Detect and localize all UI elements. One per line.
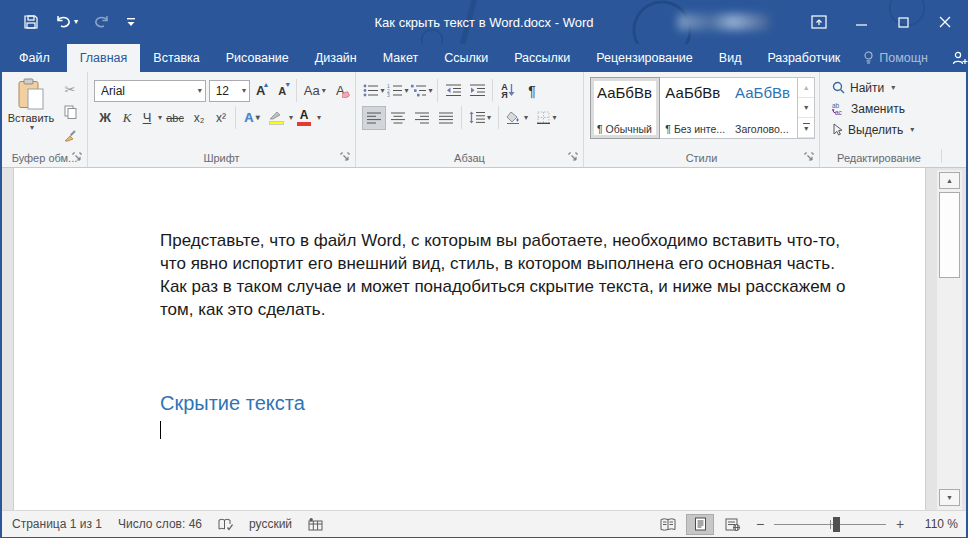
quick-access-toolbar: ▾ <box>18 10 141 34</box>
paste-button[interactable]: Вставить ▾ <box>8 77 54 148</box>
zoom-slider[interactable] <box>774 514 886 534</box>
select-button[interactable]: Выделить ▾ <box>830 119 934 140</box>
account-name-redacted[interactable] <box>678 14 770 30</box>
shading-button[interactable]: ▾ <box>502 106 532 130</box>
share-button[interactable] <box>938 44 968 72</box>
page-indicator[interactable]: Страница 1 из 1 <box>12 511 110 537</box>
bullets-button[interactable]: ▾ <box>362 79 386 103</box>
macro-recording-button[interactable] <box>300 511 331 537</box>
zoom-slider-handle[interactable] <box>833 517 840 532</box>
styles-scroll-up[interactable]: ▲ <box>798 78 814 98</box>
style-heading1[interactable]: АаБбВв Заголово... <box>729 78 797 138</box>
scroll-up-button[interactable]: ▲ <box>939 172 960 189</box>
title-bar: ▾ Как скрыть текст в Word.docx - Word <box>2 0 966 44</box>
show-formatting-marks-button[interactable]: ¶ <box>520 79 544 103</box>
undo-button[interactable]: ▾ <box>50 11 83 33</box>
save-button[interactable] <box>18 10 44 34</box>
numbering-button[interactable]: 123 ▾ <box>386 79 410 103</box>
align-right-button[interactable] <box>410 106 434 130</box>
close-button[interactable] <box>924 0 966 44</box>
superscript-button[interactable]: x² <box>210 106 232 130</box>
zoom-out-button[interactable]: − <box>750 516 770 532</box>
maximize-button[interactable] <box>882 0 924 44</box>
paragraph-dialog-launcher[interactable] <box>568 152 580 164</box>
save-icon <box>23 14 39 30</box>
find-dropdown-icon: ▾ <box>891 84 895 92</box>
scroll-down-button[interactable]: ▼ <box>939 489 960 506</box>
style-no-spacing[interactable]: АаБбВв ¶ Без инте... <box>659 78 729 138</box>
tab-draw[interactable]: Рисование <box>213 44 302 72</box>
style-normal[interactable]: АаБбВв ¶ Обычный <box>591 78 659 138</box>
word-count[interactable]: Число слов: 46 <box>110 511 210 537</box>
tab-review[interactable]: Рецензирование <box>583 44 706 72</box>
format-painter-button[interactable] <box>58 125 82 145</box>
italic-button[interactable]: К <box>116 106 138 130</box>
sort-button[interactable]: АЯ <box>496 79 520 103</box>
justify-button[interactable] <box>434 106 458 130</box>
collapse-ribbon-button[interactable] <box>941 149 960 163</box>
language-indicator[interactable]: русский <box>241 511 300 537</box>
replace-button[interactable]: abac Заменить <box>830 98 934 119</box>
strikethrough-button[interactable]: abc <box>162 106 188 130</box>
tab-design[interactable]: Дизайн <box>302 44 370 72</box>
tab-mailings[interactable]: Рассылки <box>501 44 583 72</box>
customize-quick-access-button[interactable] <box>121 13 141 31</box>
redo-button[interactable] <box>89 11 115 33</box>
borders-button[interactable]: ▾ <box>532 106 562 130</box>
tab-layout[interactable]: Макет <box>370 44 431 72</box>
font-dialog-launcher[interactable] <box>340 152 352 164</box>
redo-icon <box>94 15 110 29</box>
zoom-in-button[interactable]: + <box>890 516 910 532</box>
text-effects-button[interactable]: A▾ <box>239 106 265 130</box>
decrease-indent-button[interactable] <box>441 79 465 103</box>
font-name-combobox[interactable]: Arial ▾ <box>94 80 206 102</box>
align-left-button[interactable] <box>362 106 386 130</box>
tab-home[interactable]: Главная <box>67 44 141 72</box>
tell-me-box[interactable]: Помощн <box>853 44 938 72</box>
find-button[interactable]: Найти ▾ <box>830 77 934 98</box>
subscript-button[interactable]: x₂ <box>188 106 210 130</box>
styles-scroll-down[interactable]: ▼ <box>798 98 814 118</box>
line-spacing-button[interactable]: ▾ <box>465 106 495 130</box>
zoom-level[interactable]: 110 % <box>914 517 958 531</box>
highlight-color-button[interactable] <box>265 111 287 125</box>
scrollbar-thumb[interactable] <box>939 192 960 278</box>
document-paragraph[interactable]: Представьте, что в файл Word, с которым … <box>160 229 865 321</box>
read-mode-button[interactable] <box>654 514 682 535</box>
copy-button[interactable] <box>58 102 82 122</box>
styles-more-button[interactable]: ▼ <box>798 118 814 138</box>
minimize-button[interactable] <box>840 0 882 44</box>
styles-dialog-launcher[interactable] <box>804 152 816 164</box>
grow-font-button[interactable]: A▲ <box>250 79 272 103</box>
tab-file[interactable]: Файл <box>2 44 67 72</box>
cut-button[interactable]: ✂ <box>58 79 82 99</box>
tab-insert[interactable]: Вставка <box>140 44 212 72</box>
clipboard-dialog-launcher[interactable] <box>72 152 84 164</box>
ribbon-display-options-button[interactable] <box>798 0 840 44</box>
underline-button[interactable]: Ч <box>138 106 156 130</box>
undo-dropdown-icon[interactable]: ▾ <box>74 18 78 26</box>
shrink-font-button[interactable]: A▼ <box>272 79 294 103</box>
font-size-combobox[interactable]: 12 ▾ <box>209 80 250 102</box>
font-color-button[interactable]: А <box>293 109 315 126</box>
undo-icon <box>55 15 72 29</box>
change-case-button[interactable]: Aa▾ <box>300 79 329 103</box>
bold-button[interactable]: Ж <box>94 106 116 130</box>
document-heading[interactable]: Скрытие текста <box>160 392 925 415</box>
font-color-dropdown-icon[interactable]: ▾ <box>317 114 321 122</box>
align-center-button[interactable] <box>386 106 410 130</box>
tab-developer[interactable]: Разработчик <box>754 44 853 72</box>
minimize-icon <box>856 17 867 28</box>
increase-indent-button[interactable] <box>465 79 489 103</box>
tab-view[interactable]: Вид <box>706 44 755 72</box>
maximize-icon <box>898 17 909 28</box>
clear-formatting-button[interactable]: A <box>329 79 351 103</box>
proofing-status-button[interactable] <box>210 511 241 537</box>
tab-references[interactable]: Ссылки <box>431 44 501 72</box>
print-layout-button[interactable] <box>686 514 714 535</box>
web-layout-button[interactable] <box>718 514 746 535</box>
multilevel-list-button[interactable]: ▾ <box>410 79 434 103</box>
paint-bucket-icon <box>506 111 522 124</box>
font-group-label: Шрифт <box>203 152 239 164</box>
document-page[interactable]: Представьте, что в файл Word, с которым … <box>13 168 926 510</box>
